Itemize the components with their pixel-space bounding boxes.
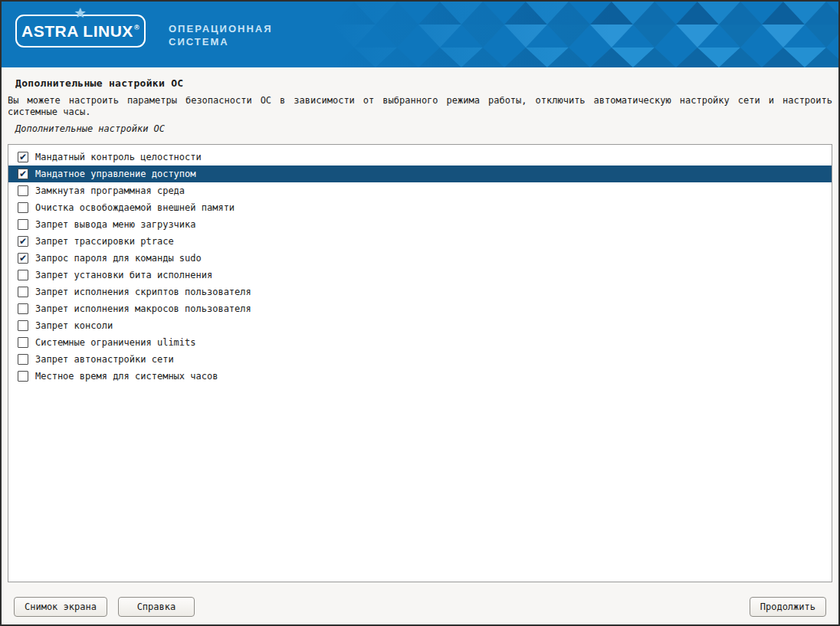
continue-button[interactable]: Продолжить — [750, 597, 826, 617]
checkbox-icon[interactable]: ✔ — [18, 236, 28, 247]
settings-item-label: Запрет исполнения макросов пользователя — [35, 303, 251, 314]
settings-list-item[interactable]: Запрет исполнения скриптов пользователя — [8, 284, 832, 300]
settings-list-item[interactable]: Запрет исполнения макросов пользователя — [8, 300, 832, 317]
wordmark-line1: ОПЕРАЦИОННАЯ — [169, 22, 273, 35]
pattern-fade-overlay — [333, 2, 838, 67]
settings-item-label: Запрет исполнения скриптов пользователя — [35, 287, 251, 297]
checkbox-icon[interactable] — [18, 202, 28, 213]
checkbox-icon[interactable] — [18, 303, 28, 314]
registered-mark: ® — [134, 24, 139, 31]
installer-window: ★ ASTRA LINUX® ОПЕРАЦИОННАЯ СИСТЕМА Допо… — [0, 0, 840, 626]
header-geometric-pattern — [333, 2, 838, 67]
help-button[interactable]: Справка — [118, 597, 195, 617]
settings-list-item[interactable]: ✔ Запрет трассировки ptrace — [8, 233, 832, 250]
page-title: Дополнительные настройки ОС — [15, 77, 831, 89]
settings-list-item[interactable]: ✔ Мандатный контроль целостности — [8, 149, 832, 166]
settings-list-item[interactable]: Запрет автонастройки сети — [8, 351, 832, 368]
page-subtitle: Дополнительные настройки ОС — [15, 123, 832, 134]
main-content: Дополнительные настройки ОС Вы можете на… — [2, 77, 838, 617]
checkbox-icon[interactable] — [18, 354, 28, 365]
settings-list-item[interactable]: Замкнутая программная среда — [8, 182, 832, 199]
page-description: Вы можете настроить параметры безопаснос… — [8, 95, 832, 118]
checkbox-icon[interactable]: ✔ — [18, 253, 28, 264]
settings-list-item[interactable]: Запрет вывода меню загрузчика — [8, 216, 832, 233]
os-wordmark: ОПЕРАЦИОННАЯ СИСТЕМА — [169, 22, 273, 48]
header-banner: ★ ASTRA LINUX® ОПЕРАЦИОННАЯ СИСТЕМА — [2, 2, 838, 67]
settings-item-label: Мандатное управление доступом — [35, 169, 196, 179]
settings-item-label: Очистка освобождаемой внешней памяти — [35, 202, 235, 213]
wordmark-line2: СИСТЕМА — [169, 35, 273, 48]
astra-linux-logo: ★ ASTRA LINUX® — [15, 15, 146, 48]
star-icon: ★ — [75, 7, 86, 18]
settings-list-item[interactable]: Запрет консоли — [8, 317, 832, 334]
settings-item-label: Системные ограничения ulimits — [35, 337, 196, 348]
checkbox-icon[interactable] — [18, 337, 28, 348]
screenshot-button[interactable]: Снимок экрана — [14, 597, 107, 617]
settings-listbox[interactable]: ✔ Мандатный контроль целостности ✔ Манда… — [8, 144, 832, 582]
settings-item-label: Запрет автонастройки сети — [35, 354, 174, 365]
checkbox-icon[interactable]: ✔ — [18, 152, 28, 162]
logo-text: ASTRA LINUX — [21, 22, 133, 41]
settings-item-label: Местное время для системных часов — [35, 371, 218, 382]
settings-item-label: Запрет трассировки ptrace — [35, 236, 174, 247]
settings-item-label: Запрет консоли — [35, 320, 113, 331]
settings-list-item[interactable]: Запрет установки бита исполнения — [8, 267, 832, 284]
settings-item-label: Запрос пароля для команды sudo — [35, 253, 202, 264]
checkbox-icon[interactable]: ✔ — [18, 169, 28, 179]
settings-item-label: Запрет установки бита исполнения — [35, 270, 212, 280]
settings-list-item[interactable]: Местное время для системных часов — [8, 368, 832, 385]
checkbox-icon[interactable] — [18, 320, 28, 331]
checkbox-icon[interactable] — [18, 219, 28, 230]
settings-list-item[interactable]: Системные ограничения ulimits — [8, 334, 832, 351]
checkbox-icon[interactable] — [18, 270, 28, 280]
settings-list-item[interactable]: Очистка освобождаемой внешней памяти — [8, 199, 832, 216]
settings-list-item[interactable]: ✔ Мандатное управление доступом — [8, 166, 832, 182]
checkbox-icon[interactable] — [18, 371, 28, 382]
checkbox-icon[interactable] — [18, 185, 28, 196]
settings-item-label: Замкнутая программная среда — [35, 185, 185, 196]
settings-item-label: Мандатный контроль целостности — [35, 152, 202, 162]
settings-list-item[interactable]: ✔ Запрос пароля для команды sudo — [8, 250, 832, 267]
checkbox-icon[interactable] — [18, 287, 28, 297]
footer-bar: Снимок экрана Справка Продолжить — [8, 597, 832, 617]
settings-item-label: Запрет вывода меню загрузчика — [35, 219, 196, 230]
